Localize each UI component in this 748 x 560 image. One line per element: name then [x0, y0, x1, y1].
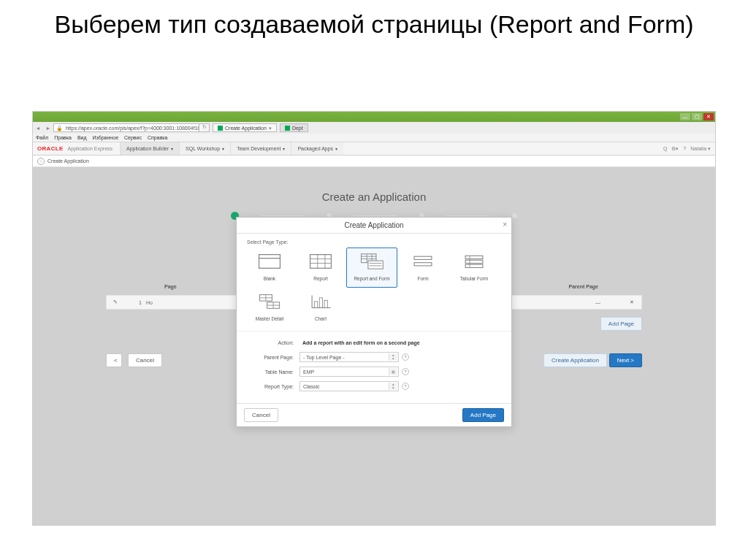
svg-rect-18: [465, 260, 483, 263]
modal-cancel-button[interactable]: Cancel: [244, 408, 278, 422]
menu-edit[interactable]: Правка: [54, 135, 72, 140]
tile-master-detail[interactable]: Master Detail: [244, 288, 295, 328]
menu-help[interactable]: Справка: [148, 135, 167, 140]
col-header-parent: Parent Page: [569, 284, 598, 289]
user-menu[interactable]: Natalia ▾: [690, 146, 711, 152]
tab-label: Dept: [292, 126, 303, 131]
wizard-title: Create an Application: [33, 167, 715, 203]
nav-sql-workshop[interactable]: SQL Workshop▾: [179, 142, 230, 155]
chart-icon: [308, 293, 333, 310]
modal-header: Create Application ×: [237, 218, 511, 234]
tile-label: Chart: [296, 316, 346, 321]
help-icon[interactable]: ?: [683, 146, 686, 151]
modal-form: Action: Add a report with an edit form o…: [237, 331, 511, 403]
browser-address-bar: ◄ ► 🔒 https://apex.oracle.com/pls/apex/f…: [33, 122, 715, 134]
window-maximize-button[interactable]: ▢: [692, 113, 702, 120]
svg-rect-2: [310, 255, 332, 269]
cancel-button[interactable]: Cancel: [128, 353, 162, 367]
url-text: https://apex.oracle.com/pls/apex/f?p=400…: [66, 126, 199, 131]
breadcrumb-up-icon[interactable]: ↑: [37, 158, 45, 165]
apex-header: ORACLE Application Express Application B…: [33, 142, 715, 156]
form-icon: [411, 253, 435, 270]
create-application-button[interactable]: Create Application: [543, 353, 607, 367]
menu-file[interactable]: Файл: [36, 135, 48, 140]
svg-rect-0: [259, 255, 280, 269]
lock-icon: 🔒: [56, 126, 63, 131]
admin-icon[interactable]: ⚙︎▾: [671, 146, 679, 152]
nav-back-icon[interactable]: ◄: [33, 126, 43, 131]
svg-rect-17: [465, 256, 483, 258]
nav-forward-icon[interactable]: ►: [43, 126, 53, 131]
refresh-button[interactable]: ↻: [199, 123, 210, 132]
tab-favicon-icon: [285, 126, 290, 131]
modal-footer: Cancel Add Page: [237, 403, 511, 426]
modal-close-button[interactable]: ×: [503, 220, 507, 229]
select-stepper-icon[interactable]: ▴▾: [389, 353, 397, 361]
parent-page-label: Parent Page:: [247, 355, 299, 360]
svg-rect-16: [414, 263, 432, 266]
tab-favicon-icon: [218, 126, 223, 131]
browser-tab-1[interactable]: Create Application ×: [213, 123, 277, 132]
window-titlebar: — ▢ ✕: [33, 112, 715, 122]
tile-label: Form: [398, 276, 448, 281]
modal-title: Create Application: [344, 221, 403, 229]
tile-report[interactable]: Report: [295, 248, 346, 288]
tile-tabular-form[interactable]: Tabular Form: [449, 248, 500, 288]
parent-page-select[interactable]: - Top Level Page - ▴▾: [299, 352, 399, 362]
tile-label: Master Detail: [245, 316, 294, 321]
svg-rect-30: [319, 298, 322, 308]
col-header-page: Page: [164, 284, 177, 289]
menu-tools[interactable]: Сервис: [124, 135, 142, 140]
breadcrumb-current: Create Application: [47, 158, 89, 164]
add-page-button[interactable]: Add Page: [600, 317, 642, 331]
tile-label: Report and Form: [347, 276, 397, 281]
page-type-tiles: Blank Report Report and Form Form: [237, 248, 511, 328]
modal-add-page-button[interactable]: Add Page: [462, 408, 504, 422]
next-button[interactable]: Next >: [609, 353, 642, 367]
report-and-form-icon: [359, 253, 384, 270]
tile-chart[interactable]: Chart: [295, 288, 346, 328]
tile-report-and-form[interactable]: Report and Form: [346, 248, 397, 288]
select-stepper-icon[interactable]: ▴▾: [389, 383, 397, 390]
row-edit-icon[interactable]: ✎: [107, 299, 124, 305]
tile-blank[interactable]: Blank: [244, 248, 295, 288]
tile-form[interactable]: Form: [397, 248, 449, 288]
action-label: Action:: [247, 340, 299, 345]
slide-title: Выберем тип создаваемой страницы (Report…: [0, 0, 748, 45]
back-button[interactable]: <: [106, 353, 122, 367]
table-name-label: Table Name:: [247, 369, 299, 375]
select-page-type-label: Select Page Type:: [237, 234, 511, 248]
lookup-icon[interactable]: ▦: [389, 368, 397, 375]
nav-packaged-apps[interactable]: Packaged Apps▾: [291, 142, 343, 155]
row-parent: —: [595, 300, 630, 305]
browser-tab-2[interactable]: Dept: [280, 123, 308, 132]
help-icon[interactable]: ?: [402, 368, 409, 375]
master-detail-icon: [257, 293, 282, 310]
blank-page-icon: [257, 253, 282, 270]
report-type-select[interactable]: Classic ▴▾: [299, 381, 399, 391]
svg-rect-29: [315, 302, 318, 308]
help-icon[interactable]: ?: [402, 353, 409, 361]
help-icon[interactable]: ?: [402, 383, 409, 390]
table-name-input[interactable]: EMP ▦: [299, 367, 399, 377]
screenshot-frame: — ▢ ✕ ◄ ► 🔒 https://apex.oracle.com/pls/…: [32, 111, 716, 526]
report-type-label: Report Type:: [247, 384, 299, 389]
menu-view[interactable]: Вид: [77, 135, 87, 140]
row-delete-icon[interactable]: ✕: [630, 299, 641, 305]
row-number: 1: [124, 300, 146, 305]
tab-close-icon[interactable]: ×: [269, 126, 272, 131]
url-field[interactable]: 🔒 https://apex.oracle.com/pls/apex/f?p=4…: [53, 123, 199, 132]
apex-app: ORACLE Application Express Application B…: [33, 142, 715, 525]
nav-app-builder[interactable]: Application Builder▾: [120, 142, 179, 155]
nav-team-dev[interactable]: Team Development▾: [230, 142, 291, 155]
apex-product-name: Application Express: [68, 146, 112, 151]
window-minimize-button[interactable]: —: [680, 113, 690, 120]
tabular-form-icon: [462, 253, 486, 270]
svg-rect-12: [368, 261, 383, 269]
svg-rect-31: [324, 300, 327, 307]
svg-rect-19: [465, 264, 483, 267]
menu-favorites[interactable]: Избранное: [93, 135, 118, 140]
search-icon[interactable]: Q: [663, 146, 667, 151]
tab-label: Create Application: [225, 126, 267, 131]
window-close-button[interactable]: ✕: [703, 113, 714, 120]
